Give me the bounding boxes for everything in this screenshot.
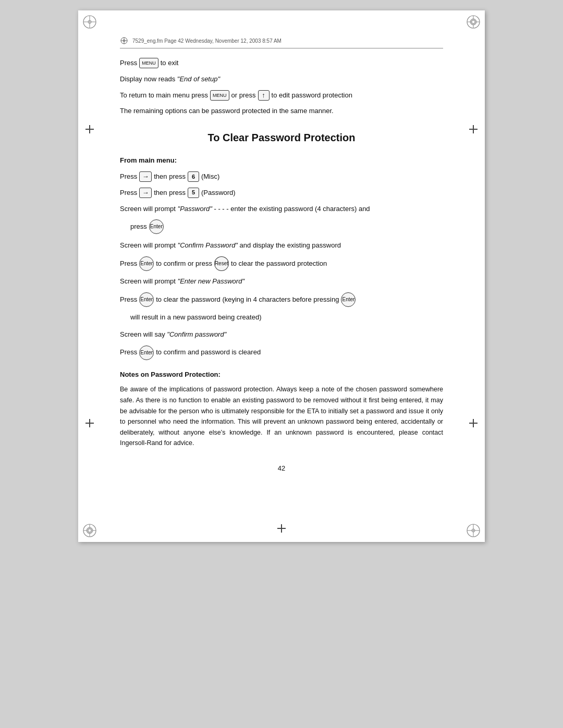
side-mark-left-top	[85, 125, 94, 133]
key-6: 6	[188, 171, 199, 182]
text-press: Press	[120, 58, 137, 69]
arrow-right-btn-1: →	[139, 171, 152, 182]
side-mark-bottom	[277, 524, 286, 533]
line-confirm-or-reset: Press Enter to confirm or press Reset to…	[120, 256, 443, 271]
corner-mark-bl	[82, 523, 97, 538]
text-clear-password: to clear the password (keying in 4 chara…	[156, 294, 339, 305]
line-return-menu: To return to main menu press MENU or pre…	[120, 90, 443, 101]
text-press-enter4: Press	[120, 347, 137, 358]
line-screen-prompt3: Screen will prompt "Enter new Password"	[120, 276, 443, 287]
document-page: 7529_eng.fm Page 42 Wednesday, November …	[78, 10, 485, 542]
text-remaining: The remaining options can be password pr…	[120, 107, 334, 115]
reset-circle-btn: Reset	[214, 256, 229, 271]
text-screen-prompt1: Screen will prompt "Password" - - - - en…	[120, 205, 370, 213]
menu-key-button: MENU	[139, 58, 158, 68]
page-number: 42	[120, 464, 443, 472]
text-press-enter2: Press	[120, 258, 137, 269]
text-confirm-or: to confirm or press	[156, 258, 212, 269]
line-press-clear: Press Enter to clear the password (keyin…	[120, 292, 443, 307]
corner-mark-br	[466, 523, 481, 538]
line-press-confirm: Press Enter to confirm and password is c…	[120, 346, 443, 360]
line-from-main-menu: From main menu:	[120, 155, 443, 166]
line-press-menu-exit: Press MENU to exit	[120, 58, 443, 69]
text-password: (Password)	[201, 188, 236, 199]
notes-section: Notes on Password Protection: Be aware o…	[120, 369, 443, 449]
notes-title: Notes on Password Protection:	[120, 369, 443, 380]
menu-key-return: MENU	[210, 90, 229, 101]
enter-circle-btn-5: Enter	[139, 346, 154, 360]
bullet-icon	[120, 36, 128, 45]
corner-mark-tr	[466, 15, 481, 29]
file-header-text: 7529_eng.fm Page 42 Wednesday, November …	[132, 38, 282, 44]
text-edit: to edit password protection	[272, 90, 352, 101]
text-screen-say: Screen will say "Confirm password"	[120, 330, 226, 338]
enter-circle-btn-4: Enter	[341, 292, 356, 307]
side-mark-right-bottom	[469, 419, 478, 427]
enter-circle-btn-3: Enter	[139, 292, 154, 307]
line-press-5: Press → then press 5 (Password)	[120, 188, 443, 199]
text-screen-prompt3: Screen will prompt "Enter new Password"	[120, 277, 244, 285]
enter-circle-btn-2: Enter	[139, 256, 154, 271]
line-will-result: will result in a new password being crea…	[130, 312, 443, 323]
text-press-enter-label: press	[130, 221, 147, 232]
text-or-press: or press	[231, 90, 256, 101]
svg-point-14	[88, 529, 91, 532]
text-return: To return to main menu press	[120, 90, 208, 101]
text-then-press2: then press	[154, 188, 186, 199]
arrow-right-btn-2: →	[139, 188, 152, 198]
text-screen-prompt2: Screen will prompt "Confirm Password" an…	[120, 241, 341, 249]
text-then-press1: then press	[154, 171, 186, 182]
text-press1: Press	[120, 171, 137, 182]
text-press-enter3: Press	[120, 294, 137, 305]
svg-point-9	[472, 20, 475, 23]
line-press-6: Press → then press 6 (Misc)	[120, 171, 443, 182]
text-from-main-menu: From main menu:	[120, 156, 177, 164]
side-mark-right-top	[469, 125, 478, 133]
arrow-up-button: ↑	[258, 90, 270, 101]
corner-mark-tl	[82, 15, 97, 29]
line-display-reads: Display now reads "End of setup"	[120, 74, 443, 85]
text-will-result: will result in a new password being crea…	[130, 313, 261, 321]
enter-circle-btn-1: Enter	[149, 219, 164, 234]
text-to-exit: to exit	[161, 58, 179, 69]
line-screen-prompt2: Screen will prompt "Confirm Password" an…	[120, 240, 443, 251]
file-header: 7529_eng.fm Page 42 Wednesday, November …	[120, 36, 443, 48]
notes-body: Be aware of the implications of password…	[120, 384, 443, 449]
side-mark-left-bottom	[85, 419, 94, 427]
line-remaining: The remaining options can be password pr…	[120, 106, 443, 117]
line-screen-prompt1: Screen will prompt "Password" - - - - en…	[120, 204, 443, 215]
text-display-reads: Display now reads "End of setup"	[120, 75, 220, 83]
text-misc: (Misc)	[201, 171, 219, 182]
key-5: 5	[188, 188, 199, 198]
main-content: Press MENU to exit Display now reads "En…	[120, 58, 443, 449]
line-screen-say: Screen will say "Confirm password"	[120, 329, 443, 340]
section-title: To Clear Password Protection	[120, 129, 443, 146]
line-press-enter1: press Enter	[130, 219, 443, 234]
text-press2: Press	[120, 188, 137, 199]
text-confirm-cleared: to confirm and password is cleared	[156, 347, 261, 358]
text-clear-protection: to clear the password protection	[231, 258, 327, 269]
